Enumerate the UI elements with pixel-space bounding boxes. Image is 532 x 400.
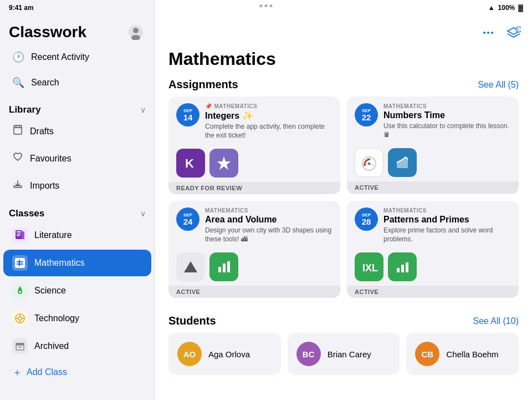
ellipsis-icon — [482, 26, 495, 39]
student-name-chella-boehm: Chella Boehm — [446, 350, 498, 359]
sidebar-item-science[interactable]: Science — [3, 277, 151, 304]
sidebar-item-search[interactable]: 🔍 Search — [3, 70, 151, 95]
card-status-patterns-primes: ACTIVE — [347, 286, 519, 298]
add-class-button[interactable]: ＋ Add Class — [0, 360, 155, 384]
classes-chevron: ∨ — [140, 209, 146, 218]
assignment-card-numbers-time[interactable]: SEP 22 MATHEMATICS Numbers Time Use this… — [347, 97, 519, 194]
speedometer-app-icon — [355, 148, 383, 177]
see-all-students[interactable]: See All (10) — [473, 316, 519, 326]
classes-title: Classes — [9, 208, 44, 219]
students-grid: AO Aga Orlova BC Brian Carey CB Chella B… — [155, 333, 532, 375]
svg-rect-43 — [223, 264, 226, 272]
green-chart-app-icon — [209, 252, 238, 281]
svg-text:K: K — [185, 156, 194, 170]
sidebar-title: Classwork — [9, 23, 86, 41]
assignment-card-area-volume[interactable]: SEP 24 MATHEMATICS Area and Volume Desig… — [168, 201, 340, 298]
svg-marker-41 — [184, 261, 197, 272]
sidebar-header: Classwork — [0, 16, 155, 44]
svg-rect-42 — [218, 267, 221, 272]
assignment-card-patterns-primes[interactable]: SEP 28 MATHEMATICS Patterns and Primes E… — [347, 201, 519, 298]
sidebar-item-drafts[interactable]: Drafts — [3, 118, 151, 144]
blue-chart-app-icon — [388, 148, 417, 177]
pin-icon: 📌 — [205, 103, 212, 109]
date-badge-numbers-time: SEP 22 — [355, 103, 378, 126]
more-options-button[interactable] — [479, 23, 498, 42]
svg-point-40 — [368, 163, 370, 165]
subject-numbers-time: MATHEMATICS — [383, 103, 511, 109]
library-chevron: ∨ — [140, 105, 146, 114]
svg-text:!: ! — [518, 28, 519, 32]
header-actions: ! — [479, 19, 523, 42]
sidebar-item-favourites[interactable]: Favourites — [3, 145, 151, 171]
search-label: Search — [31, 78, 59, 88]
sidebar-item-literature[interactable]: Literature — [3, 222, 151, 249]
card-title-numbers-time: Numbers Time — [383, 110, 511, 120]
card-desc-integers: Complete the app activity, then complete… — [205, 123, 332, 140]
battery-label: 100% — [498, 4, 515, 12]
svg-rect-11 — [17, 234, 21, 235]
subject-integers: 📌 MATHEMATICS — [205, 103, 332, 109]
sidebar-item-imports[interactable]: Imports — [3, 173, 151, 199]
xl-app-icon: IXL — [355, 252, 383, 281]
avatar-aga-orlova: AO — [177, 342, 202, 366]
technology-label: Technology — [34, 313, 79, 323]
green-chart2-app-icon — [388, 252, 417, 281]
svg-marker-38 — [217, 156, 231, 170]
see-all-assignments[interactable]: See All (5) — [478, 80, 519, 90]
battery-icon: ▓ — [518, 4, 523, 12]
sidebar-item-recent-activity[interactable]: 🕐 Recent Activity — [3, 45, 151, 69]
assignments-grid: SEP 14 📌 MATHEMATICS Integers ✨ Complete… — [155, 97, 532, 298]
svg-point-1 — [133, 28, 139, 33]
subject-patterns-primes: MATHEMATICS — [383, 207, 511, 214]
drafts-label: Drafts — [30, 126, 54, 136]
svg-rect-13 — [22, 231, 24, 239]
student-name-brian-carey: Brian Carey — [328, 350, 371, 359]
svg-rect-17 — [19, 260, 20, 266]
sidebar-item-mathematics[interactable]: Mathematics — [3, 250, 151, 276]
status-bar: 9:41 am ▲ 100% ▓ — [0, 0, 532, 16]
svg-point-18 — [19, 291, 21, 293]
k-app-icon: K — [176, 149, 205, 178]
svg-rect-48 — [406, 262, 408, 272]
wifi-icon: ▲ — [488, 4, 495, 12]
students-label: Students — [168, 315, 216, 327]
add-class-label: Add Class — [27, 367, 67, 377]
archived-icon — [12, 338, 28, 354]
card-apps-integers: K — [168, 144, 340, 182]
mathematics-icon — [12, 255, 28, 271]
svg-rect-44 — [227, 261, 230, 272]
student-card-aga-orlova[interactable]: AO Aga Orlova — [168, 333, 281, 375]
science-label: Science — [34, 286, 66, 296]
card-title-area-volume: Area and Volume — [205, 215, 332, 225]
assignments-section-header: Assignments See All (5) — [155, 69, 532, 97]
status-time: 9:41 am — [9, 4, 34, 12]
assignment-card-integers[interactable]: SEP 14 📌 MATHEMATICS Integers ✨ Complete… — [168, 97, 340, 194]
subject-area-volume: MATHEMATICS — [205, 207, 332, 214]
card-desc-patterns-primes: Explore prime factors and solve word pro… — [383, 226, 511, 244]
library-title: Library — [9, 104, 41, 115]
classes-section-header: Classes ∨ — [0, 201, 155, 221]
plus-icon: ＋ — [12, 366, 22, 379]
archived-label: Archived — [34, 341, 69, 351]
students-section-header: Students See All (10) — [155, 306, 532, 333]
card-desc-numbers-time: Use this calculator to complete this les… — [383, 122, 511, 139]
technology-icon — [12, 311, 28, 326]
favourites-label: Favourites — [30, 154, 71, 164]
triangle-app-icon — [176, 252, 205, 281]
svg-rect-46 — [397, 268, 400, 272]
layers-icon: ! — [507, 26, 521, 40]
card-status-integers: READY FOR REVIEW — [168, 182, 340, 194]
sidebar-item-technology[interactable]: Technology — [3, 305, 151, 332]
layers-button[interactable]: ! — [504, 23, 523, 42]
profile-button[interactable] — [126, 22, 146, 42]
page-title: Mathematics — [155, 44, 532, 69]
student-card-brian-carey[interactable]: BC Brian Carey — [288, 333, 400, 375]
sidebar-item-archived[interactable]: Archived — [3, 333, 151, 360]
recent-activity-label: Recent Activity — [31, 52, 89, 62]
literature-icon — [12, 227, 28, 243]
student-card-chella-boehm[interactable]: CB Chella Boehm — [406, 333, 519, 375]
drafts-icon — [12, 124, 23, 138]
avatar-chella-boehm: CB — [415, 342, 439, 366]
main-content: ! Mathematics Assignments See All (5) SE… — [155, 0, 532, 400]
svg-rect-12 — [17, 235, 20, 236]
